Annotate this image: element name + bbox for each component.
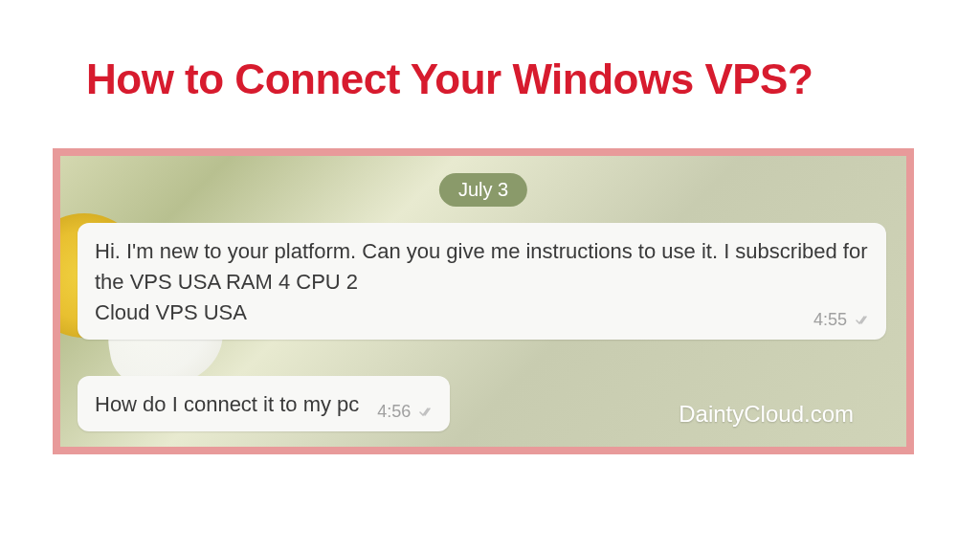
message-text: Hi. I'm new to your platform. Can you gi… — [95, 236, 869, 328]
message-timestamp: 4:56 — [377, 402, 434, 422]
message-timestamp: 4:55 — [813, 310, 871, 330]
message-text: How do I connect it to my pc — [95, 389, 359, 420]
page-title: How to Connect Your Windows VPS? — [86, 55, 813, 103]
chat-message: How do I connect it to my pc 4:56 — [78, 376, 450, 431]
read-status-icon — [856, 311, 871, 322]
chat-screenshot-frame: July 3 Hi. I'm new to your platform. Can… — [53, 148, 914, 454]
watermark-text: DaintyCloud.com — [679, 401, 854, 428]
chat-message: Hi. I'm new to your platform. Can you gi… — [78, 223, 886, 340]
read-status-icon — [419, 403, 434, 414]
date-badge: July 3 — [439, 173, 527, 207]
